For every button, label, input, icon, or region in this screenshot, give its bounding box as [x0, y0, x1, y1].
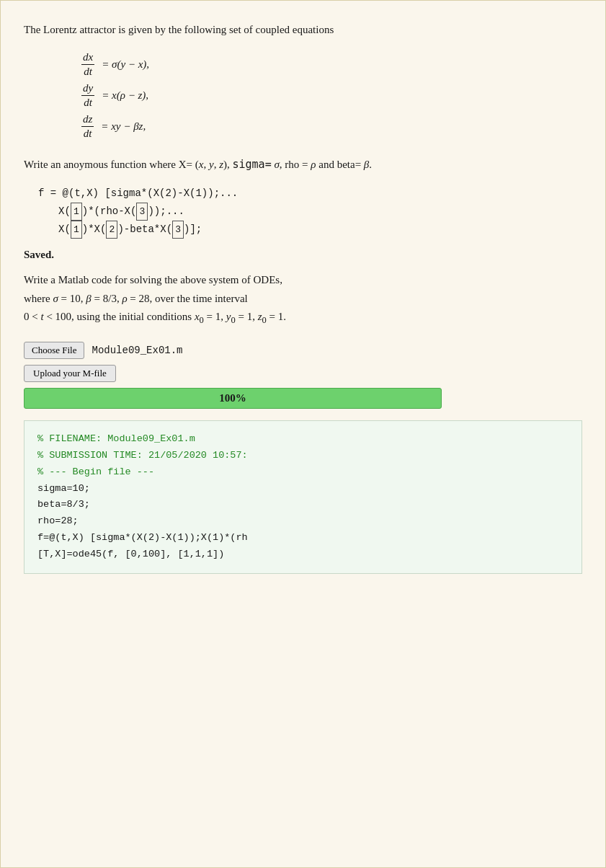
eq1-rhs: = σ(y − x),	[102, 58, 149, 71]
code-line-3: X(1)*X(2)-beta*X(3)];	[58, 221, 582, 239]
choose-file-button[interactable]: Choose File	[24, 342, 84, 359]
file-preview-block: % FILENAME: Module09_Ex01.m % SUBMISSION…	[24, 420, 582, 575]
equations-block: dx dt = σ(y − x), dy dt = x(ρ − z), dz d…	[81, 51, 582, 140]
preview-line-4: sigma=10;	[37, 481, 569, 497]
equation-2: dy dt = x(ρ − z),	[81, 82, 582, 109]
page-container: The Lorentz attractor is given by the fo…	[0, 0, 606, 868]
code-box-3-3: 3	[172, 221, 184, 239]
code-line-2-prefix: X(	[58, 203, 71, 221]
dt-denom3: dt	[82, 127, 94, 140]
code-line-3-mid2: )-beta*X(	[117, 221, 172, 239]
fraction-dy-dt: dy dt	[81, 82, 94, 109]
preview-line-5: beta=8/3;	[37, 497, 569, 513]
code-box-2-2: 3	[136, 203, 148, 221]
code-line-3-suffix: )];	[184, 221, 202, 239]
code-box-3-1: 1	[71, 221, 82, 239]
code-line-3-mid1: )*X(	[82, 221, 107, 239]
dy-numer: dy	[81, 82, 94, 96]
preview-line-3: % --- Begin file ---	[37, 464, 569, 481]
intro-text: The Lorentz attractor is given by the fo…	[24, 21, 582, 38]
progress-bar: 100%	[24, 388, 442, 409]
equation-3: dz dt = xy − βz,	[81, 113, 582, 140]
preview-line-2: % SUBMISSION TIME: 21/05/2020 10:57:	[37, 448, 569, 464]
eq3-rhs: = xy − βz,	[101, 120, 146, 133]
problem-line-3: 0 < t < 100, using the initial condition…	[24, 308, 582, 328]
preview-line-6: rho=28;	[37, 513, 569, 530]
code-block: f = @(t,X) [sigma*(X(2)-X(1));... X(1)*(…	[38, 185, 582, 239]
dt-denom2: dt	[82, 96, 94, 109]
fraction-dz-dt: dz dt	[81, 113, 94, 140]
problem-line-1: Write a Matlab code for solving the abov…	[24, 271, 582, 290]
fraction-dx-dt: dx dt	[81, 51, 94, 78]
dx-numer: dx	[81, 51, 94, 65]
problem-text: Write a Matlab code for solving the abov…	[24, 271, 582, 328]
code-line-2-suffix: ));...	[148, 203, 184, 221]
filename-display: Module09_Ex01.m	[92, 345, 182, 356]
eq2-rhs: = x(ρ − z),	[102, 89, 148, 102]
preview-line-1: % FILENAME: Module09_Ex01.m	[37, 431, 569, 448]
upload-button-row: Upload your M-file	[24, 365, 582, 388]
code-line-1: f = @(t,X) [sigma*(X(2)-X(1));...	[38, 185, 582, 203]
preview-line-7: f=@(t,X) [sigma*(X(2)-X(1));X(1)*(rh	[37, 530, 569, 546]
code-line-3-prefix: X(	[58, 221, 71, 239]
code-line-2-mid: )*(rho-X(	[82, 203, 137, 221]
upload-button[interactable]: Upload your M-file	[24, 365, 116, 382]
equation-1: dx dt = σ(y − x),	[81, 51, 582, 78]
preview-line-8: [T,X]=ode45(f, [0,100], [1,1,1])	[37, 546, 569, 563]
progress-pct: 100%	[219, 392, 246, 404]
file-upload-section: Choose File Module09_Ex01.m Upload your …	[24, 342, 582, 409]
dz-numer: dz	[81, 113, 94, 127]
problem-line-2: where σ = 10, β = 8/3, ρ = 28, over the …	[24, 290, 582, 309]
description-text: Write an anoymous function where X= (x, …	[24, 156, 582, 174]
saved-label: Saved.	[24, 249, 582, 261]
file-upload-row: Choose File Module09_Ex01.m	[24, 342, 582, 359]
code-line-2: X(1)*(rho-X(3));...	[58, 203, 582, 221]
code-line-1-text: f = @(t,X) [sigma*(X(2)-X(1));...	[38, 185, 238, 203]
code-box-3-2: 2	[106, 221, 117, 239]
dt-denom1: dt	[82, 65, 94, 78]
code-box-2-1: 1	[71, 203, 82, 221]
